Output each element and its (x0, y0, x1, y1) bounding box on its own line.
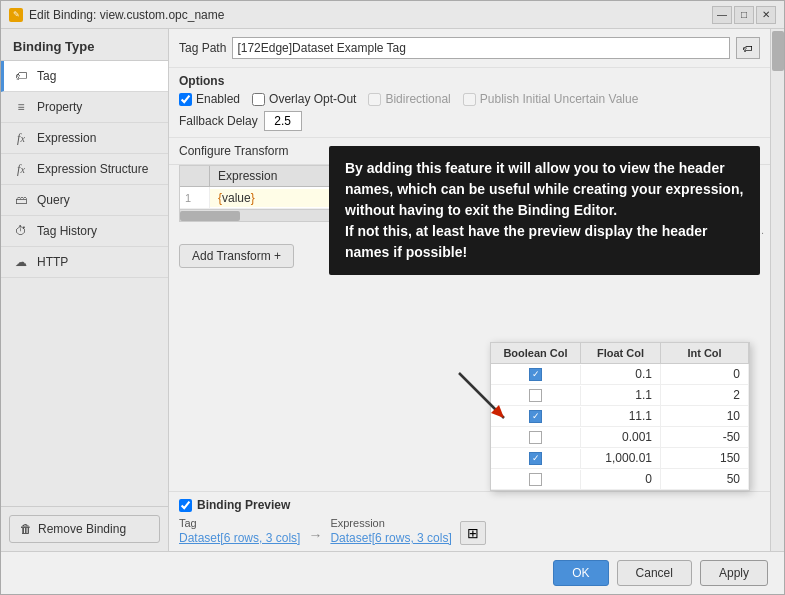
sidebar-footer: 🗑 Remove Binding (1, 506, 168, 551)
float-cell-3: 11.1 (581, 406, 661, 426)
query-icon: 🗃 (13, 192, 29, 208)
sidebar-item-property-label: Property (37, 100, 82, 114)
sidebar-item-tag[interactable]: 🏷 Tag (1, 61, 168, 92)
tag-browse-button[interactable]: 🏷 (736, 37, 760, 59)
tag-path-label: Tag Path (179, 41, 226, 55)
expr-row-num: 1 (180, 187, 210, 208)
options-section: Options Enabled Overlay Opt-Out Bidirect… (169, 68, 770, 138)
sidebar-items: 🏷 Tag ≡ Property fx Expression fx Expres… (1, 61, 168, 506)
right-panel: Tag Path 🏷 Options Enabled Overlay Opt-O… (169, 29, 770, 551)
sidebar-item-expression-label: Expression (37, 131, 96, 145)
preview-tag-label: Tag (179, 517, 300, 529)
expression-structure-icon: fx (13, 161, 29, 177)
sidebar-item-expression-structure-label: Expression Structure (37, 162, 148, 176)
configure-title: Configure Transform (179, 144, 288, 158)
expression-icon: fx (13, 130, 29, 146)
float-cell-6: 0 (581, 469, 661, 489)
cancel-button[interactable]: Cancel (617, 560, 692, 586)
overlay-opt-out-checkbox[interactable] (252, 93, 265, 106)
sidebar-item-query[interactable]: 🗃 Query (1, 185, 168, 216)
expr-scrollbar-thumb (180, 211, 240, 221)
bidirectional-text: Bidirectional (385, 92, 450, 106)
sidebar-item-tag-history-label: Tag History (37, 224, 97, 238)
enabled-label: Enabled (196, 92, 240, 106)
float-cell-1: 0.1 (581, 364, 661, 384)
right-scrollbar[interactable] (770, 29, 784, 551)
options-row: Enabled Overlay Opt-Out Bidirectional Pu… (179, 92, 760, 106)
bidirectional-checkbox (368, 93, 381, 106)
ok-button[interactable]: OK (553, 560, 608, 586)
publish-initial-label: Publish Initial Uncertain Value (463, 92, 639, 106)
table-row-2: 1.1 2 (491, 385, 749, 406)
preview-expression-col: Expression Dataset[6 rows, 3 cols] (330, 517, 451, 545)
binding-preview: Binding Preview Tag Dataset[6 rows, 3 co… (169, 491, 770, 551)
apply-button[interactable]: Apply (700, 560, 768, 586)
sidebar-item-http-label: HTTP (37, 255, 68, 269)
property-icon: ≡ (13, 99, 29, 115)
table-row-6: 0 50 (491, 469, 749, 490)
bidirectional-label: Bidirectional (368, 92, 450, 106)
table-row-1: ✓ 0.1 0 (491, 364, 749, 385)
float-cell-2: 1.1 (581, 385, 661, 405)
window-icon: ✎ (9, 8, 23, 22)
tag-path-row: Tag Path 🏷 (169, 29, 770, 68)
float-cell-5: 1,000.01 (581, 448, 661, 468)
sidebar-item-query-label: Query (37, 193, 70, 207)
int-col-header: Int Col (661, 343, 749, 363)
expr-value-var: value (222, 191, 251, 205)
add-transform-button[interactable]: Add Transform + (179, 244, 294, 268)
float-cell-4: 0.001 (581, 427, 661, 447)
sidebar-item-property[interactable]: ≡ Property (1, 92, 168, 123)
maximize-button[interactable]: □ (734, 6, 754, 24)
overlay-opt-out-text: Overlay Opt-Out (269, 92, 356, 106)
sidebar-item-expression[interactable]: fx Expression (1, 123, 168, 154)
configure-section: Configure Transform ... Expression 1 {va… (169, 138, 770, 551)
expr-col-num-header (180, 166, 210, 186)
bool-cell-6 (491, 470, 581, 489)
binding-preview-label: Binding Preview (197, 498, 290, 512)
sidebar-item-tag-label: Tag (37, 69, 56, 83)
sidebar-item-tag-history[interactable]: ⏱ Tag History (1, 216, 168, 247)
fallback-delay-input[interactable] (264, 111, 302, 131)
int-cell-5: 150 (661, 448, 749, 468)
fallback-row: Fallback Delay (179, 111, 760, 131)
close-button[interactable]: ✕ (756, 6, 776, 24)
main-window: ✎ Edit Binding: view.custom.opc_name — □… (0, 0, 785, 595)
title-bar-controls: — □ ✕ (712, 6, 776, 24)
fallback-delay-label: Fallback Delay (179, 114, 258, 128)
window-title: Edit Binding: view.custom.opc_name (29, 8, 224, 22)
trash-icon: 🗑 (20, 522, 32, 536)
table-row-5: ✓ 1,000.01 150 (491, 448, 749, 469)
sidebar-item-http[interactable]: ☁ HTTP (1, 247, 168, 278)
sidebar-header: Binding Type (1, 29, 168, 61)
tag-path-input[interactable] (232, 37, 730, 59)
preview-table-button[interactable]: ⊞ (460, 521, 486, 545)
binding-preview-checkbox[interactable] (179, 499, 192, 512)
arrow-indicator (449, 363, 529, 436)
enabled-checkbox[interactable] (179, 93, 192, 106)
preview-tag-col: Tag Dataset[6 rows, 3 cols] (179, 517, 300, 545)
binding-preview-title: Binding Preview (179, 498, 760, 512)
int-cell-2: 2 (661, 385, 749, 405)
enabled-checkbox-label[interactable]: Enabled (179, 92, 240, 106)
data-table-header: Boolean Col Float Col Int Col (491, 343, 749, 364)
table-row-3: ✓ 11.1 10 (491, 406, 749, 427)
sidebar: Binding Type 🏷 Tag ≡ Property fx Express… (1, 29, 169, 551)
data-table-popup: Boolean Col Float Col Int Col ✓ 0.1 0 1.… (490, 342, 750, 491)
title-bar: ✎ Edit Binding: view.custom.opc_name — □… (1, 1, 784, 29)
sidebar-item-expression-structure[interactable]: fx Expression Structure (1, 154, 168, 185)
scrollbar-thumb (772, 31, 784, 71)
preview-expression-label: Expression (330, 517, 451, 529)
preview-row: Tag Dataset[6 rows, 3 cols] → Expression… (179, 517, 760, 545)
remove-binding-button[interactable]: 🗑 Remove Binding (9, 515, 160, 543)
preview-tag-value[interactable]: Dataset[6 rows, 3 cols] (179, 531, 300, 545)
tooltip-text: By adding this feature it will allow you… (345, 160, 743, 260)
int-cell-6: 50 (661, 469, 749, 489)
preview-expression-value[interactable]: Dataset[6 rows, 3 cols] (330, 531, 451, 545)
remove-binding-label: Remove Binding (38, 522, 126, 536)
tag-history-icon: ⏱ (13, 223, 29, 239)
tooltip-overlay: By adding this feature it will allow you… (329, 146, 760, 275)
preview-arrow-icon: → (308, 527, 322, 545)
minimize-button[interactable]: — (712, 6, 732, 24)
overlay-opt-out-label[interactable]: Overlay Opt-Out (252, 92, 356, 106)
